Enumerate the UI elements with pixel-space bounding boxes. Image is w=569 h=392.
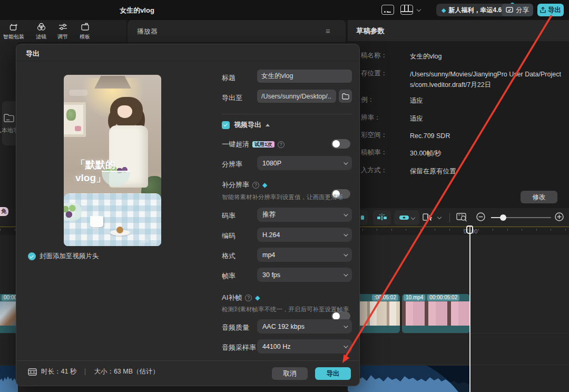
cover-checkbox-row[interactable]: 封面添加至视频片头 [28,252,99,261]
export-confirm-button[interactable]: 导出 [315,367,351,380]
fps-select[interactable]: 30 fps [257,268,352,282]
checkbox-checked-icon[interactable] [222,121,230,129]
draft-row-value: 30.00帧/秒 [410,148,565,159]
audio-clip[interactable] [0,366,18,392]
browse-folder-button[interactable] [339,90,352,103]
share-label: 分享 [516,6,529,15]
toolbar-item-adjust[interactable]: 调节 [51,22,74,41]
magnet-snap-button[interactable] [373,210,391,225]
audio-clip[interactable] [348,366,470,392]
toolbar-label: 智能包装 [3,33,24,41]
video-clip[interactable]: 10.mp4 00:00:05:02 [402,294,470,333]
link-icon [399,214,409,221]
modify-button[interactable]: 修改 [521,191,557,203]
layout-chevron-icon[interactable] [417,7,421,12]
title-input[interactable] [257,70,352,83]
footer-separator [85,368,85,375]
size-text: 大小：63 MB（估计） [94,367,159,376]
zoom-in-icon [554,212,564,222]
codec-label: 编码 [222,231,236,241]
sup-res-row: 补分辨率 ? ◆ [222,180,267,190]
hd-toggle[interactable] [331,139,350,149]
export-dialog: 导出 「默默的 vlog」 2025.7.22 封面添加至视频片头 [16,44,360,386]
folder-icon [342,93,349,100]
export-icon [540,7,546,13]
draft-row-value: 女生的vlog [410,51,565,62]
help-icon[interactable]: ? [278,141,284,148]
zoom-out-button[interactable] [476,212,486,222]
toolbar-item-smart-pack[interactable]: 智能包装 [2,22,25,41]
help-icon[interactable]: ? [245,295,252,301]
title-bar: 女生的vlog ◆ 新人福利，幸运4.6折 分享 [0,0,569,20]
caption-icon[interactable] [381,5,394,15]
link-clips-button[interactable] [394,210,419,225]
cover-preview-image[interactable]: 「默默的 vlog」 2025.7.22 [64,75,161,246]
clip-thumbnails [0,301,18,326]
preview-frame-button[interactable] [456,212,468,222]
clip-time-label: :00:05:02 [372,295,398,301]
timeline-zoom-slider[interactable] [491,217,551,218]
chevron-down-icon [344,232,348,236]
bitrate-select[interactable]: 推荐 [257,208,352,222]
feature-toolbar: 智能包装 滤镜 调节 模板 ≫ [0,20,126,42]
template-icon [81,23,90,31]
help-icon[interactable]: ? [252,182,259,189]
export-top-label: 导出 [548,6,561,15]
link-chevron-icon [411,215,415,220]
draft-row-label: 辨率： [361,113,409,122]
dialog-title: 导出 [26,49,40,58]
diamond-icon: ◆ [442,7,446,13]
cover-date-text: 2025.7.22 [141,239,157,243]
select-tool-button[interactable] [423,212,441,222]
toolbar-item-filter[interactable]: 滤镜 [30,22,53,41]
toolbar-label: 滤镜 [36,33,46,41]
select-tool-chevron-icon [437,215,442,219]
toolbar-item-template[interactable]: 模板 [73,22,96,41]
player-panel-header: 播放器 ≡ [127,20,346,42]
player-title: 播放器 [137,27,158,36]
draft-row-label: 存位置： [361,69,409,78]
export-top-button[interactable]: 导出 [537,4,564,16]
checkbox-checked-icon[interactable] [28,252,36,260]
player-menu-icon[interactable]: ≡ [326,26,330,35]
zoom-slider-knob[interactable] [500,214,506,221]
playhead-handle[interactable] [466,226,473,234]
dialog-header-divider [16,61,359,61]
chevron-down-icon [344,272,348,276]
share-button[interactable]: 分享 [502,4,533,16]
sup-res-label: 补分辨率 [222,180,249,190]
media-sidebar: 入本地字 [0,42,18,208]
bitrate-label: 码率 [222,211,236,221]
sample-rate-select[interactable]: 44100 Hz [257,339,352,354]
export-to-label: 导出至 [222,93,242,103]
cover-checkbox-label: 封面添加至视频片头 [40,252,99,261]
playhead-line[interactable] [469,226,470,392]
film-icon [28,368,37,376]
clip-thumbnails [402,301,470,326]
export-path-input[interactable] [257,90,336,103]
preview-frame-icon [456,212,468,222]
cancel-button[interactable]: 取消 [272,367,308,380]
smart-pack-icon [9,23,18,31]
format-select[interactable]: mp4 [257,248,352,262]
codec-select[interactable]: H.264 [257,228,352,242]
diamond-icon: ◆ [255,295,260,301]
video-export-section[interactable]: 视频导出 [222,120,270,130]
audio-quality-select[interactable]: AAC 192 kbps [257,319,352,334]
video-clip[interactable]: 00:00 [0,294,18,333]
collapse-icon[interactable] [266,124,270,126]
draft-row-value: 保留在原有位置 [410,166,565,177]
cover-overlay-text: 「默默的 vlog」 [75,158,115,184]
layout-icon[interactable] [400,5,413,15]
draft-row-label: 入方式： [361,166,409,175]
hd-row: 一键超清 试用1次 ? [222,140,284,149]
toolbar-label: 调节 [57,33,68,41]
toolbar-divider [449,213,450,222]
zoom-in-button[interactable] [554,212,564,222]
section-divider [222,114,352,114]
draft-panel-header: 草稿参数 [348,20,569,41]
dialog-footer-info: 时长：41 秒 大小：63 MB（估计） [28,367,159,376]
title-field-label: 标题 [222,73,236,83]
draft-row-value: 适应 [410,95,565,106]
resolution-select[interactable]: 1080P [257,156,352,170]
